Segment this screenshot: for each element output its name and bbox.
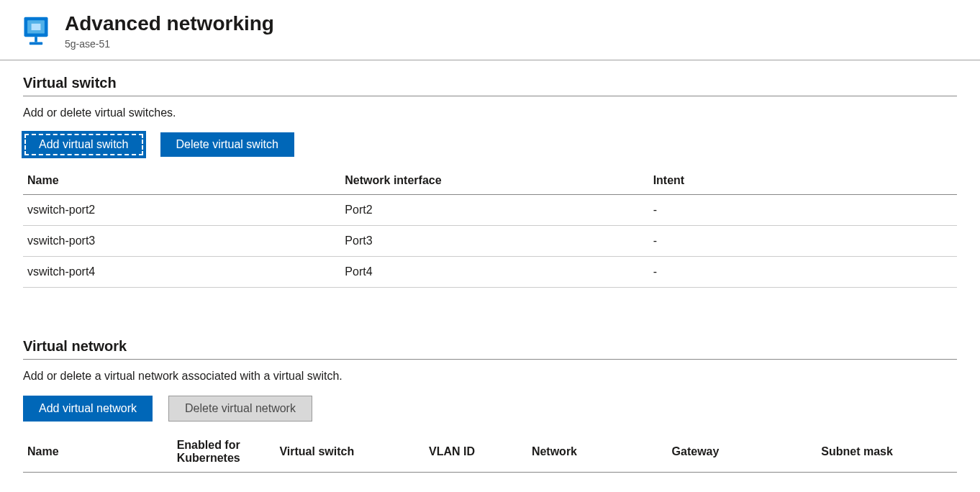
delete-virtual-switch-button[interactable]: Delete virtual switch	[160, 132, 294, 157]
col-name[interactable]: Name	[23, 432, 173, 473]
cell-name: vswitch-port4	[23, 256, 340, 287]
col-intent[interactable]: Intent	[649, 167, 957, 195]
col-name[interactable]: Name	[23, 167, 340, 195]
cell-iface: Port4	[340, 256, 648, 287]
add-virtual-switch-button[interactable]: Add virtual switch	[23, 132, 145, 157]
col-virtual-switch[interactable]: Virtual switch	[275, 432, 425, 473]
col-network[interactable]: Network	[527, 432, 668, 473]
delete-virtual-network-button[interactable]: Delete virtual network	[168, 396, 312, 422]
cell-iface: Port3	[340, 225, 648, 256]
networking-icon	[20, 14, 52, 46]
svg-rect-3	[35, 37, 37, 42]
table-row[interactable]: vswitch-port4 Port4 -	[23, 256, 957, 287]
virtual-network-section: Virtual network Add or delete a virtual …	[0, 324, 980, 473]
cell-name: vswitch-port2	[23, 194, 340, 225]
table-header-row: Name Network interface Intent	[23, 167, 957, 195]
svg-rect-2	[32, 24, 41, 30]
cell-intent: -	[649, 194, 957, 225]
virtual-switch-description: Add or delete virtual switches.	[23, 106, 957, 119]
table-row[interactable]: vswitch-port2 Port2 -	[23, 194, 957, 225]
add-virtual-network-button[interactable]: Add virtual network	[23, 396, 153, 422]
page-header: Advanced networking 5g-ase-51	[0, 0, 980, 60]
virtual-switch-heading: Virtual switch	[23, 75, 957, 96]
col-network-interface[interactable]: Network interface	[340, 167, 648, 195]
page-title: Advanced networking	[65, 13, 274, 35]
virtual-network-heading: Virtual network	[23, 338, 957, 360]
cell-name: vswitch-port3	[23, 225, 340, 256]
virtual-switch-section: Virtual switch Add or delete virtual swi…	[0, 60, 980, 288]
col-gateway[interactable]: Gateway	[668, 432, 817, 473]
table-header-row: Name Enabled for Kubernetes Virtual swit…	[23, 432, 957, 473]
page-subtitle: 5g-ase-51	[65, 38, 274, 50]
table-row[interactable]: vswitch-port3 Port3 -	[23, 225, 957, 256]
virtual-switch-table: Name Network interface Intent vswitch-po…	[23, 167, 957, 288]
virtual-network-description: Add or delete a virtual network associat…	[23, 370, 957, 383]
col-vlan-id[interactable]: VLAN ID	[425, 432, 527, 473]
col-enabled-for-kubernetes[interactable]: Enabled for Kubernetes	[173, 432, 276, 473]
cell-iface: Port2	[340, 194, 648, 225]
col-subnet-mask[interactable]: Subnet mask	[817, 432, 957, 473]
cell-intent: -	[649, 256, 957, 287]
svg-rect-4	[30, 42, 42, 45]
cell-intent: -	[649, 225, 957, 256]
virtual-network-table: Name Enabled for Kubernetes Virtual swit…	[23, 432, 957, 473]
